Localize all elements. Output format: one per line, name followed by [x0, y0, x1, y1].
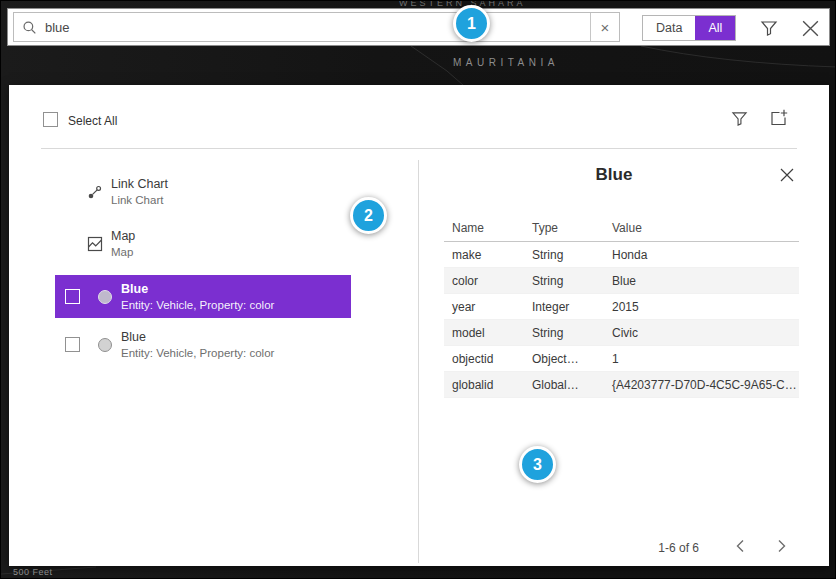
entity-circle-icon [98, 338, 112, 352]
cell-type: Integer [524, 300, 604, 314]
next-page-icon[interactable] [772, 537, 790, 555]
search-input[interactable] [37, 20, 590, 35]
attributes-table: Name Type Value make String Honda color … [444, 215, 799, 398]
select-all-label: Select All [68, 114, 117, 128]
cell-type: String [524, 274, 604, 288]
table-row[interactable]: globalid Global… {A4203777-D70D-4C5C-9A6… [444, 372, 799, 398]
cell-value: 2015 [604, 300, 799, 314]
result-subtitle: Link Chart [111, 194, 168, 207]
result-blue[interactable]: Blue Entity: Vehicle, Property: color [55, 323, 351, 366]
table-row[interactable]: objectid Object… 1 [444, 346, 799, 372]
result-map[interactable]: Map Map [87, 229, 135, 259]
filter-icon[interactable] [760, 19, 778, 37]
table-header-row: Name Type Value [444, 215, 799, 242]
table-row[interactable]: year Integer 2015 [444, 294, 799, 320]
col-header-value: Value [604, 221, 799, 235]
cell-name: make [444, 248, 524, 262]
close-search-icon[interactable] [800, 18, 821, 39]
cell-value: {A4203777-D70D-4C5C-9A65-C… [604, 378, 799, 392]
clear-search-button[interactable]: × [590, 13, 619, 41]
table-row[interactable]: color String Blue [444, 268, 799, 294]
map-icon [87, 236, 103, 252]
scope-toggle: Data All [642, 15, 736, 41]
result-subtitle: Map [111, 246, 135, 259]
cell-value: 1 [604, 352, 799, 366]
search-results-panel: Select All Link Chart Link Chart Map [9, 85, 829, 566]
cell-name: objectid [444, 352, 524, 366]
result-title: Blue [121, 330, 274, 344]
result-title: Map [111, 229, 135, 243]
result-blue-selected[interactable]: Blue Entity: Vehicle, Property: color [55, 275, 351, 318]
cell-name: model [444, 326, 524, 340]
map-label-country: MAURITANIA [453, 57, 559, 68]
result-subtitle: Entity: Vehicle, Property: color [121, 299, 274, 312]
close-detail-icon[interactable] [779, 167, 795, 183]
table-row[interactable]: make String Honda [444, 242, 799, 268]
prev-page-icon[interactable] [732, 537, 750, 555]
entity-circle-icon [98, 290, 112, 304]
scope-all-button[interactable]: All [695, 16, 735, 40]
result-title: Blue [121, 282, 274, 296]
cell-name: color [444, 274, 524, 288]
cell-name: globalid [444, 378, 524, 392]
cell-value: Blue [604, 274, 799, 288]
cell-name: year [444, 300, 524, 314]
scope-data-button[interactable]: Data [643, 16, 695, 40]
table-row[interactable]: model String Civic [444, 320, 799, 346]
detail-title: Blue [429, 165, 799, 185]
add-to-new-icon[interactable] [769, 109, 788, 128]
results-filter-icon[interactable] [731, 110, 748, 127]
search-icon [22, 20, 37, 35]
vertical-divider [418, 160, 419, 563]
select-all-checkbox[interactable] [43, 112, 58, 127]
col-header-name: Name [444, 221, 524, 235]
app-screenshot: WESTERN SAHARA MAURITANIA 500 Feet × Dat… [0, 0, 836, 579]
search-bar: × Data All [7, 8, 830, 46]
cell-type: Object… [524, 352, 604, 366]
col-header-type: Type [524, 221, 604, 235]
map-scale-text: 500 Feet [13, 567, 53, 577]
result-checkbox[interactable] [65, 289, 80, 304]
header-divider [41, 148, 797, 149]
pagination-label: 1-6 of 6 [589, 541, 699, 555]
annotation-badge-1: 1 [453, 5, 490, 42]
result-title: Link Chart [111, 177, 168, 191]
cell-type: String [524, 326, 604, 340]
result-checkbox[interactable] [65, 337, 80, 352]
link-chart-icon [87, 184, 103, 200]
search-field[interactable]: × [13, 12, 620, 42]
cell-value: Civic [604, 326, 799, 340]
cell-type: Global… [524, 378, 604, 392]
annotation-badge-2: 2 [350, 197, 387, 234]
annotation-badge-3: 3 [519, 446, 556, 483]
result-link-chart[interactable]: Link Chart Link Chart [87, 177, 168, 207]
cell-value: Honda [604, 248, 799, 262]
cell-type: String [524, 248, 604, 262]
result-subtitle: Entity: Vehicle, Property: color [121, 347, 274, 360]
